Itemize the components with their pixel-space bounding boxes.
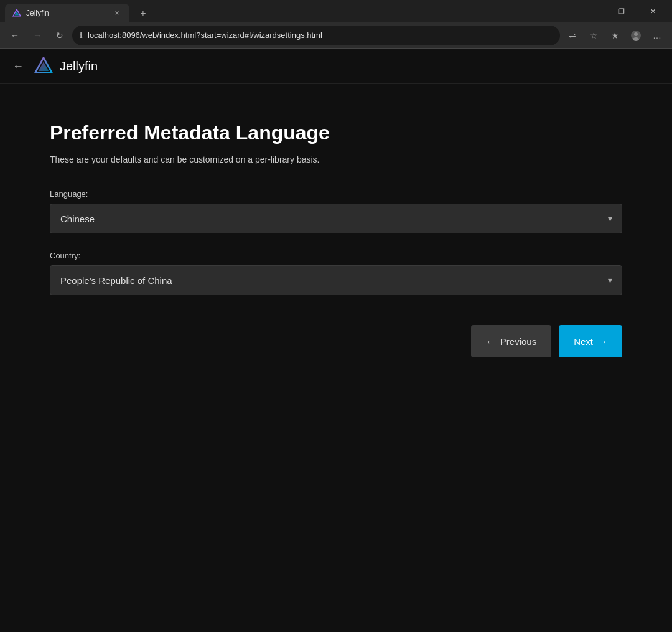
previous-label: Previous	[500, 336, 536, 347]
profile-avatar-icon	[630, 30, 642, 41]
app-content: ← Jellyfin Preferred Metadata Language T…	[0, 49, 672, 632]
language-label: Language:	[50, 189, 622, 199]
country-form-group: Country: People's Republic of China Unit…	[50, 251, 622, 295]
collections-icon[interactable]: ★	[605, 26, 625, 45]
window-controls: — ❐ ✕	[576, 2, 667, 21]
next-arrow-icon: →	[598, 336, 607, 347]
restore-button[interactable]: ❐	[607, 2, 636, 21]
tab-close-button[interactable]: ×	[112, 8, 122, 18]
wizard-content: Preferred Metadata Language These are yo…	[0, 84, 672, 632]
page-description: These are your defaults and can be custo…	[50, 154, 622, 164]
page-title: Preferred Metadata Language	[50, 121, 622, 144]
active-tab[interactable]: Jellyfin ×	[5, 4, 129, 22]
nav-actions: ⇌ ☆ ★ …	[562, 26, 667, 45]
favorites-icon[interactable]: ☆	[584, 26, 604, 45]
close-button[interactable]: ✕	[638, 2, 667, 21]
country-select[interactable]: People's Republic of China United States…	[50, 265, 622, 295]
address-url: localhost:8096/web/index.html?start=wiza…	[88, 31, 553, 40]
language-select-wrapper: Chinese English French German Japanese K…	[50, 204, 622, 233]
tab-favicon	[12, 9, 21, 17]
translate-icon[interactable]: ⇌	[562, 26, 582, 45]
next-label: Next	[574, 336, 593, 347]
profile-icon[interactable]	[626, 26, 646, 45]
language-form-group: Language: Chinese English French German …	[50, 189, 622, 233]
tab-area: Jellyfin × +	[5, 0, 576, 22]
country-label: Country:	[50, 251, 622, 260]
address-bar[interactable]: ℹ localhost:8096/web/index.html?start=wi…	[72, 26, 560, 45]
svg-point-4	[633, 37, 639, 41]
country-select-wrapper: People's Republic of China United States…	[50, 265, 622, 295]
svg-point-3	[634, 32, 638, 36]
next-button[interactable]: Next →	[559, 325, 622, 357]
menu-icon[interactable]: …	[647, 26, 667, 45]
refresh-button[interactable]: ↻	[50, 26, 70, 45]
language-select[interactable]: Chinese English French German Japanese K…	[50, 204, 622, 233]
forward-button: →	[27, 26, 47, 45]
logo-area: Jellyfin	[34, 56, 98, 76]
new-tab-button[interactable]: +	[134, 5, 152, 22]
tab-title: Jellyfin	[26, 9, 107, 17]
app-back-button[interactable]: ←	[12, 60, 24, 73]
app-header: ← Jellyfin	[0, 49, 672, 84]
minimize-button[interactable]: —	[576, 2, 605, 21]
title-bar: Jellyfin × + — ❐ ✕	[0, 0, 672, 22]
nav-bar: ← → ↻ ℹ localhost:8096/web/index.html?st…	[0, 22, 672, 49]
app-logo-text: Jellyfin	[60, 59, 98, 73]
previous-arrow-icon: ←	[486, 336, 495, 347]
button-row: ← Previous Next →	[50, 325, 622, 357]
jellyfin-logo-icon	[34, 56, 54, 76]
security-icon: ℹ	[80, 31, 83, 40]
back-button[interactable]: ←	[5, 26, 25, 45]
previous-button[interactable]: ← Previous	[471, 325, 551, 357]
